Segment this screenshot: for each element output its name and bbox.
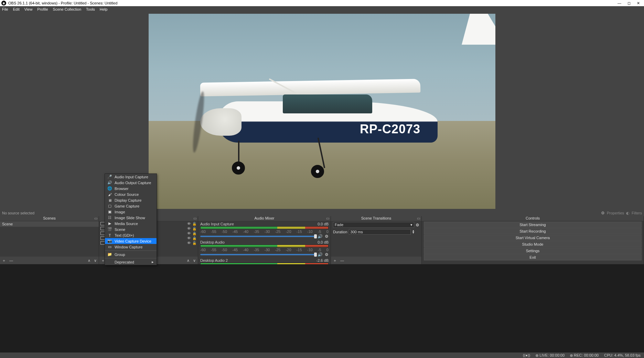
duration-input[interactable]: 300 ms bbox=[349, 229, 411, 235]
lock-icon[interactable] bbox=[192, 241, 196, 245]
aircraft-registration: RP-C2073 bbox=[360, 122, 420, 136]
menu-tools[interactable]: Tools bbox=[86, 7, 95, 11]
ctx-browser[interactable]: 🌐Browser bbox=[105, 186, 157, 191]
channel-db: 0.0 dB bbox=[318, 240, 329, 244]
add-transition-button[interactable]: ＋ bbox=[333, 258, 337, 263]
menu-file[interactable]: File bbox=[2, 7, 8, 11]
ctx-label: Display Capture bbox=[115, 198, 141, 202]
lock-icon[interactable] bbox=[192, 236, 196, 240]
ctx-video-capture-device[interactable]: 📷Video Capture Device bbox=[105, 238, 157, 244]
folder-icon: 📁 bbox=[108, 253, 112, 257]
transition-settings-button[interactable] bbox=[416, 223, 419, 227]
visibility-icon[interactable] bbox=[187, 231, 191, 235]
visibility-icon[interactable] bbox=[187, 241, 191, 245]
studio-mode-button[interactable]: Studio Mode bbox=[424, 241, 642, 247]
lock-icon[interactable] bbox=[192, 226, 196, 231]
close-button[interactable]: ✕ bbox=[637, 1, 640, 5]
ctx-group[interactable]: 📁Group bbox=[105, 251, 157, 257]
ctx-window-capture[interactable]: ▭Window Capture bbox=[105, 244, 157, 250]
remove-scene-button[interactable]: — bbox=[9, 258, 13, 262]
undock-icon[interactable]: ▭ bbox=[94, 216, 97, 220]
separator bbox=[105, 250, 157, 251]
lock-icon[interactable] bbox=[192, 222, 196, 226]
source-down-button[interactable]: ∨ bbox=[193, 258, 196, 263]
controls-dock: Controls Start StreamingStart RecordingS… bbox=[422, 216, 644, 264]
ctx-audio-input-capture[interactable]: 🎤Audio Input Capture bbox=[105, 174, 157, 180]
maximize-button[interactable]: ◻ bbox=[627, 1, 631, 5]
channel-settings-icon[interactable] bbox=[325, 234, 329, 239]
chevron-right-icon: ▸ bbox=[152, 260, 154, 264]
start-recording-button[interactable]: Start Recording bbox=[424, 228, 642, 234]
separator bbox=[105, 258, 157, 258]
volume-slider[interactable] bbox=[200, 236, 315, 237]
ctx-media-source[interactable]: ▶Media Source bbox=[105, 221, 157, 226]
live-dot-icon bbox=[536, 354, 538, 357]
T-icon: T bbox=[108, 233, 112, 237]
live-status: LIVE: 00:00:00 bbox=[539, 353, 565, 357]
window-title: OBS 26.1.1 (64-bit, windows) - Profile: … bbox=[8, 1, 117, 5]
ctx-deprecated[interactable]: Deprecated▸ bbox=[105, 259, 157, 265]
preview-canvas[interactable]: RP-C2073 bbox=[149, 14, 495, 209]
scene-up-button[interactable]: ∧ bbox=[88, 258, 90, 263]
mic-icon: 🎤 bbox=[108, 175, 112, 179]
volume-slider[interactable] bbox=[200, 254, 315, 255]
speaker-icon[interactable] bbox=[318, 252, 323, 257]
undock-icon[interactable]: ▭ bbox=[326, 216, 329, 220]
properties-button[interactable]: Properties bbox=[607, 211, 624, 215]
start-streaming-button[interactable]: Start Streaming bbox=[424, 222, 642, 228]
scene-down-button[interactable]: ∨ bbox=[94, 258, 97, 263]
controls-title: Controls bbox=[526, 216, 540, 220]
menu-scene-collection[interactable]: Scene Collection bbox=[53, 7, 82, 11]
duration-spinner[interactable]: ▲▼ bbox=[412, 230, 415, 234]
level-meter bbox=[200, 226, 329, 229]
ctx-text-gdi-[interactable]: TText (GDI+) bbox=[105, 232, 157, 238]
clap-icon: 🎬 bbox=[108, 227, 112, 232]
transition-select[interactable]: Fade▾ bbox=[333, 222, 414, 228]
level-meter bbox=[200, 245, 329, 247]
ctx-display-capture[interactable]: 🖥Display Capture bbox=[105, 197, 157, 203]
ctx-label: Game Capture bbox=[115, 204, 139, 208]
visibility-icon[interactable] bbox=[187, 226, 191, 231]
rec-status: REC: 00:00:00 bbox=[574, 353, 599, 357]
ctx-image-slide-show[interactable]: ☷Image Slide Show bbox=[105, 215, 157, 221]
menu-help[interactable]: Help bbox=[100, 7, 108, 11]
undock-icon[interactable]: ▭ bbox=[417, 216, 420, 220]
preview-area[interactable]: RP-C2073 bbox=[0, 12, 644, 210]
undock-icon[interactable]: ▭ bbox=[193, 216, 196, 220]
menu-edit[interactable]: Edit bbox=[13, 7, 20, 11]
level-meter bbox=[200, 263, 329, 264]
ctx-label: Image Slide Show bbox=[115, 216, 145, 220]
exit-button[interactable]: Exit bbox=[424, 254, 642, 260]
filters-button[interactable]: Filters bbox=[632, 211, 642, 215]
ctx-label: Audio Input Capture bbox=[115, 175, 148, 179]
cpu-status: CPU: 4.4%, 58.03 fps bbox=[604, 353, 641, 357]
channel-settings-icon[interactable] bbox=[325, 252, 329, 257]
settings-button[interactable]: Settings bbox=[424, 248, 642, 254]
ctx-game-capture[interactable]: ▢Game Capture bbox=[105, 203, 157, 209]
menu-view[interactable]: View bbox=[24, 7, 33, 11]
source-up-button[interactable]: ∧ bbox=[187, 258, 190, 263]
menu-profile[interactable]: Profile bbox=[37, 7, 48, 11]
speaker-icon[interactable] bbox=[318, 234, 323, 239]
ctx-image[interactable]: ▣Image bbox=[105, 209, 157, 215]
ctx-label: Text (GDI+) bbox=[115, 233, 134, 237]
channel-name: Desktop Audio 2 bbox=[200, 258, 228, 262]
broadcast-icon: ((●)) bbox=[523, 353, 530, 357]
ctx-scene[interactable]: 🎬Scene bbox=[105, 226, 157, 232]
ctx-audio-output-capture[interactable]: 🔊Audio Output Capture bbox=[105, 180, 157, 186]
ctx-label: Audio Output Capture bbox=[115, 181, 151, 185]
ctx-colour-source[interactable]: 🖌Colour Source bbox=[105, 191, 157, 197]
visibility-icon[interactable] bbox=[187, 222, 191, 226]
mixer-channel: Audio Input Capture0.0 dB -60-55-50-45-4… bbox=[198, 221, 331, 239]
add-scene-button[interactable]: ＋ bbox=[2, 258, 6, 263]
lock-icon[interactable] bbox=[192, 231, 196, 235]
remove-transition-button[interactable]: — bbox=[340, 258, 344, 262]
minimize-button[interactable]: — bbox=[618, 1, 621, 5]
gear-icon bbox=[601, 211, 605, 215]
ctx-label: Scene bbox=[115, 227, 125, 232]
channel-name: Desktop Audio bbox=[200, 240, 225, 244]
start-virtual-camera-button[interactable]: Start Virtual Camera bbox=[424, 235, 642, 241]
scene-item[interactable]: Scene bbox=[0, 221, 99, 227]
visibility-icon[interactable] bbox=[187, 236, 191, 240]
ctx-label: Browser bbox=[115, 187, 128, 191]
